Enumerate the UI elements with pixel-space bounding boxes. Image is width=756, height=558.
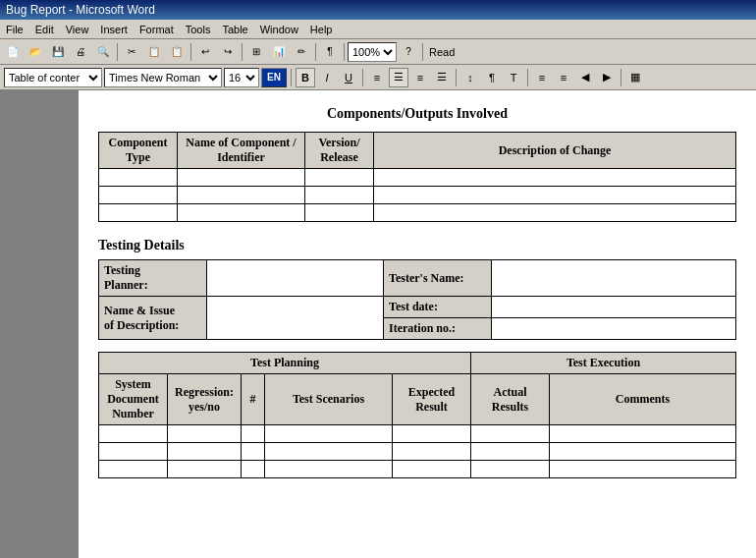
table-btn[interactable]: ⊞ — [245, 41, 267, 63]
menu-bar: File Edit View Insert Format Tools Table… — [0, 20, 756, 39]
sep7 — [291, 69, 292, 86]
planning-header: Test Planning — [99, 353, 471, 374]
title-bar: Bug Report - Microsoft Word — [0, 0, 756, 20]
col-sys-doc: SystemDocumentNumber — [99, 374, 168, 425]
sep6 — [422, 43, 423, 61]
cut-btn[interactable]: ✂ — [121, 41, 142, 63]
sep10 — [527, 69, 528, 86]
title-text: Bug Report - Microsoft Word — [6, 3, 155, 17]
table-row — [99, 204, 736, 222]
bold-btn[interactable]: B — [296, 68, 315, 87]
components-title: Components/Outputs Involved — [98, 106, 736, 122]
para-mark-btn[interactable]: ¶ — [482, 68, 502, 87]
underline-btn[interactable]: U — [339, 68, 358, 87]
italic-btn[interactable]: I — [317, 68, 337, 87]
menu-table[interactable]: Table — [216, 22, 253, 37]
indent-decrease-btn[interactable]: ◀ — [575, 68, 595, 87]
size-select[interactable]: 16 — [224, 68, 259, 87]
new-btn[interactable]: 📄 — [2, 41, 24, 63]
justify-btn[interactable]: ☰ — [432, 68, 452, 87]
table-row: SystemDocumentNumber Regression:yes/no #… — [99, 374, 736, 425]
menu-tools[interactable]: Tools — [180, 22, 217, 37]
save-btn[interactable]: 💾 — [47, 41, 69, 63]
menu-window[interactable]: Window — [254, 22, 304, 37]
col-description: Description of Change — [374, 133, 736, 169]
execution-header: Test Execution — [471, 353, 736, 374]
iteration-label: Iteration no.: — [384, 318, 492, 340]
document-area: Components/Outputs Involved ComponentTyp… — [0, 90, 756, 558]
zoom-select[interactable]: 100% — [348, 42, 397, 62]
planner-label: TestingPlanner: — [99, 260, 207, 297]
para-btn[interactable]: ¶ — [319, 41, 341, 63]
format-bar: Table of conter Times New Roman 16 EN B … — [0, 65, 756, 90]
style-select[interactable]: Table of conter — [4, 68, 102, 87]
table-row: TestingPlanner: Tester's Name: — [99, 260, 736, 297]
menu-file[interactable]: File — [0, 22, 29, 37]
help-btn[interactable]: ? — [398, 41, 419, 63]
components-table: ComponentType Name of Component /Identif… — [98, 132, 736, 222]
testing-title: Testing Details — [98, 238, 736, 253]
draw-btn[interactable]: ✏ — [291, 41, 312, 63]
test-planning-table: Test Planning Test Execution SystemDocum… — [98, 352, 736, 478]
num-list-btn[interactable]: ≡ — [554, 68, 573, 87]
tester-label: Tester's Name: — [384, 260, 492, 297]
preview-btn[interactable]: 🔍 — [92, 41, 114, 63]
toolbar: 📄 📂 💾 🖨 🔍 ✂ 📋 📋 ↩ ↪ ⊞ 📊 ✏ ¶ 100% ? Read — [0, 39, 756, 65]
indent-increase-btn[interactable]: ▶ — [597, 68, 617, 87]
menu-format[interactable]: Format — [134, 22, 180, 37]
page-content: Components/Outputs Involved ComponentTyp… — [79, 90, 756, 558]
planner-value[interactable] — [207, 260, 384, 297]
testing-section: Testing Details TestingPlanner: Tester's… — [98, 238, 736, 340]
description-value[interactable] — [207, 297, 384, 340]
list-btn[interactable]: ≡ — [532, 68, 552, 87]
undo-btn[interactable]: ↩ — [194, 41, 216, 63]
open-btn[interactable]: 📂 — [25, 41, 46, 63]
table-row — [99, 187, 736, 204]
sep2 — [190, 43, 191, 61]
table-row — [99, 461, 736, 478]
print-btn[interactable]: 🖨 — [70, 41, 91, 63]
col-regression: Regression:yes/no — [168, 374, 242, 425]
redo-btn[interactable]: ↪ — [217, 41, 239, 63]
menu-edit[interactable]: Edit — [29, 22, 60, 37]
sep4 — [315, 43, 316, 61]
col-scenarios: Test Scenarios — [265, 374, 393, 425]
sidebar — [0, 90, 79, 558]
col-version: Version/Release — [305, 133, 374, 169]
align-center-btn[interactable]: ☰ — [389, 68, 408, 87]
tester-value[interactable] — [492, 260, 736, 297]
paste-btn[interactable]: 📋 — [166, 41, 188, 63]
col-num: # — [242, 374, 265, 425]
table-row — [99, 425, 736, 443]
description-label: Name & Issueof Description: — [99, 297, 207, 340]
font-select[interactable]: Times New Roman — [104, 68, 222, 87]
copy-btn[interactable]: 📋 — [143, 41, 165, 63]
table-row — [99, 169, 736, 187]
col-component-name: Name of Component /Identifier — [178, 133, 305, 169]
menu-view[interactable]: View — [60, 22, 95, 37]
testing-table: TestingPlanner: Tester's Name: Name & Is… — [98, 259, 736, 340]
sep1 — [117, 43, 118, 61]
align-right-btn[interactable]: ≡ — [410, 68, 430, 87]
col-component-type: ComponentType — [99, 133, 178, 169]
chart-btn[interactable]: 📊 — [268, 41, 290, 63]
sep8 — [362, 69, 363, 86]
table-row: Test Planning Test Execution — [99, 353, 736, 374]
menu-help[interactable]: Help — [304, 22, 339, 37]
sep11 — [621, 69, 621, 86]
table-row — [99, 443, 736, 461]
line-spacing-btn[interactable]: ↕ — [460, 68, 480, 87]
language-btn[interactable]: EN — [261, 68, 287, 87]
align-left-btn[interactable]: ≡ — [367, 68, 387, 87]
show-format-btn[interactable]: T — [504, 68, 523, 87]
col-actual: ActualResults — [471, 374, 550, 425]
sep9 — [456, 69, 457, 86]
read-btn[interactable]: Read — [426, 42, 458, 62]
menu-insert[interactable]: Insert — [94, 22, 134, 37]
table-row: Name & Issueof Description: Test date: — [99, 297, 736, 318]
testdate-value[interactable] — [492, 297, 736, 318]
sep5 — [344, 43, 345, 61]
iteration-value[interactable] — [492, 318, 736, 340]
border-btn[interactable]: ▦ — [625, 68, 645, 87]
test-planning-section: Test Planning Test Execution SystemDocum… — [98, 352, 736, 478]
